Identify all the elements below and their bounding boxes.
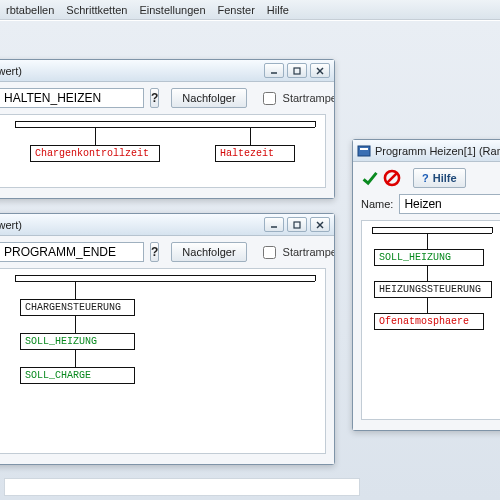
node-chargenkontrollzeit[interactable]: Chargenkontrollzeit: [30, 145, 160, 162]
name-field-label: Name:: [361, 198, 393, 210]
question-icon: ?: [422, 172, 429, 184]
startrampe-label: Startrampe: [283, 246, 334, 258]
title-bar[interactable]: lwert): [0, 60, 334, 82]
title-bar[interactable]: lwert): [0, 214, 334, 236]
minimize-button[interactable]: [264, 217, 284, 232]
help-button[interactable]: ? Hilfe: [413, 168, 466, 188]
window-halten-heizen: lwert) ? Nachfolger Startrampe: [0, 59, 335, 199]
app-icon: [357, 144, 371, 158]
startrampe-label: Startrampe: [283, 92, 334, 104]
status-strip: [4, 478, 360, 496]
ok-icon[interactable]: [361, 169, 379, 187]
mdi-workspace: lwert) ? Nachfolger Startrampe: [0, 20, 500, 500]
maximize-button[interactable]: [287, 63, 307, 78]
name-input[interactable]: [399, 194, 500, 214]
close-button[interactable]: [310, 217, 330, 232]
window-title: Programm Heizen[1] (Rampensollwert): [375, 145, 500, 157]
help-context-button[interactable]: ?: [150, 242, 159, 262]
title-bar[interactable]: Programm Heizen[1] (Rampensollwert): [353, 140, 500, 162]
svg-rect-5: [294, 222, 300, 228]
diagram-canvas[interactable]: CHARGENSTEUERUNG SOLL_HEIZUNG SOLL_CHARG…: [0, 268, 326, 454]
menu-item[interactable]: Fenster: [218, 4, 255, 16]
minimize-button[interactable]: [264, 63, 284, 78]
menu-bar: rbtabellen Schrittketten Einstellungen F…: [0, 0, 500, 20]
node-soll-heizung[interactable]: SOLL_HEIZUNG: [20, 333, 135, 350]
window-programm-heizen: Programm Heizen[1] (Rampensollwert) ? Hi…: [352, 139, 500, 431]
help-context-button[interactable]: ?: [150, 88, 159, 108]
name-input[interactable]: [0, 88, 144, 108]
nachfolger-button[interactable]: Nachfolger: [171, 242, 246, 262]
svg-rect-8: [358, 146, 370, 156]
svg-rect-9: [360, 148, 368, 150]
node-soll-charge[interactable]: SOLL_CHARGE: [20, 367, 135, 384]
node-heizungssteuerung[interactable]: HEIZUNGSSTEUERUNG: [374, 281, 492, 298]
window-title: lwert): [0, 65, 264, 77]
startrampe-checkbox[interactable]: Startrampe: [259, 89, 334, 108]
startrampe-check-input[interactable]: [263, 92, 276, 105]
cancel-icon[interactable]: [383, 169, 401, 187]
menu-item[interactable]: Hilfe: [267, 4, 289, 16]
node-chargensteuerung[interactable]: CHARGENSTEUERUNG: [20, 299, 135, 316]
diagram-canvas[interactable]: SOLL_HEIZUNG HEIZUNGSSTEUERUNG Ofenatmos…: [361, 220, 500, 420]
node-soll-heizung[interactable]: SOLL_HEIZUNG: [374, 249, 484, 266]
close-button[interactable]: [310, 63, 330, 78]
svg-rect-1: [294, 68, 300, 74]
menu-item[interactable]: Schrittketten: [66, 4, 127, 16]
maximize-button[interactable]: [287, 217, 307, 232]
menu-item[interactable]: rbtabellen: [6, 4, 54, 16]
startrampe-check-input[interactable]: [263, 246, 276, 259]
window-programm-ende: lwert) ? Nachfolger Startrampe: [0, 213, 335, 465]
window-title: lwert): [0, 219, 264, 231]
help-label: Hilfe: [433, 172, 457, 184]
menu-item[interactable]: Einstellungen: [139, 4, 205, 16]
svg-line-11: [387, 173, 397, 183]
diagram-canvas[interactable]: Chargenkontrollzeit Haltezeit: [0, 114, 326, 188]
node-ofenatmosphaere[interactable]: Ofenatmosphaere: [374, 313, 484, 330]
startrampe-checkbox[interactable]: Startrampe: [259, 243, 334, 262]
node-haltezeit[interactable]: Haltezeit: [215, 145, 295, 162]
nachfolger-button[interactable]: Nachfolger: [171, 88, 246, 108]
name-input[interactable]: [0, 242, 144, 262]
